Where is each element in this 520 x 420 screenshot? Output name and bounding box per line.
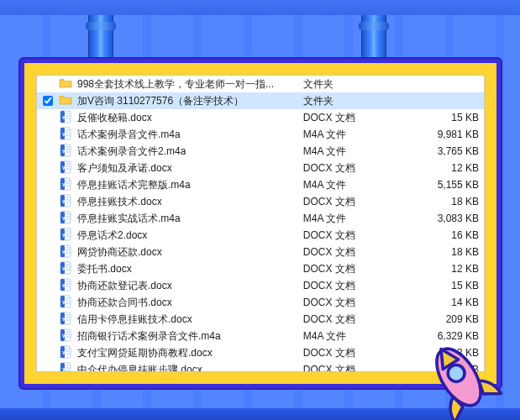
table-row[interactable]: w话术案例录音文件.m4aM4A 文件9,981 KB	[37, 126, 484, 143]
svg-text:w: w	[61, 366, 67, 372]
cell-name[interactable]: w停息挂账话术完整版.m4a	[37, 176, 298, 193]
cell-name[interactable]: w中介代办停息挂账步骤.docx	[37, 361, 298, 372]
cell-type: M4A 文件	[298, 176, 396, 193]
cell-type: DOCX 文档	[298, 294, 396, 311]
table-row[interactable]: w信用卡停息挂账技术.docxDOCX 文档209 KB	[37, 311, 484, 328]
cell-name[interactable]: w信用卡停息挂账技术.docx	[37, 311, 298, 328]
table-row[interactable]: w招商银行话术案例录音文件.m4aM4A 文件6,329 KB	[37, 328, 484, 344]
m4a-icon: w	[59, 177, 72, 193]
cell-size: 18 KB	[396, 244, 484, 260]
file-name-label: 招商银行话术案例录音文件.m4a	[77, 329, 221, 344]
svg-text:w: w	[61, 282, 67, 288]
cell-size: 14 KB	[396, 294, 484, 311]
cell-type: DOCX 文档	[298, 344, 396, 361]
docx-icon: w	[59, 261, 72, 277]
file-name-label: 协商还款合同书.docx	[77, 296, 172, 310]
cell-size: 13 KB	[396, 344, 484, 361]
table-row[interactable]: w停息挂账实战话术.m4aM4A 文件3,083 KB	[37, 210, 484, 227]
cell-name[interactable]: w停息话术2.docx	[37, 227, 298, 244]
docx-icon: w	[59, 160, 72, 176]
table-row[interactable]: w停息挂账技术.docxDOCX 文档18 KB	[37, 193, 484, 210]
cell-type: 文件夹	[298, 76, 396, 92]
docx-icon: w	[59, 110, 72, 126]
cell-name[interactable]: w协商还款合同书.docx	[37, 294, 298, 311]
table-row[interactable]: w网贷协商还款.docxDOCX 文档18 KB	[37, 244, 484, 260]
table-row[interactable]: w协商还款合同书.docxDOCX 文档14 KB	[37, 294, 484, 311]
cell-size: 12 KB	[396, 260, 484, 277]
decor-pipe-left	[88, 15, 113, 66]
cell-name[interactable]: w话术案例录音文件.m4a	[37, 126, 298, 143]
cell-size: 18 KB	[396, 193, 484, 210]
top-bar	[0, 0, 520, 15]
m4a-icon: w	[59, 211, 72, 227]
cell-type: M4A 文件	[298, 328, 396, 344]
file-name-label: 信用卡停息挂账技术.docx	[77, 312, 192, 327]
cell-type: DOCX 文档	[298, 361, 396, 372]
cell-name[interactable]: w客户须知及承诺.docx	[37, 160, 298, 176]
m4a-icon: w	[59, 127, 72, 143]
svg-text:w: w	[61, 265, 67, 271]
file-name-label: 话术案例录音文件2.m4a	[77, 144, 186, 159]
cell-name[interactable]: w话术案例录音文件2.m4a	[37, 143, 298, 160]
cell-name[interactable]: w反催收秘籍.docx	[37, 109, 298, 126]
file-list-table: 998全套技术线上教学，专业老师一对一指...文件夹加V咨询 311027757…	[37, 76, 484, 372]
table-row[interactable]: w反催收秘籍.docxDOCX 文档15 KB	[37, 109, 484, 126]
docx-icon: w	[59, 228, 72, 244]
table-row[interactable]: 998全套技术线上教学，专业老师一对一指...文件夹	[37, 76, 484, 92]
cell-type: M4A 文件	[298, 126, 396, 143]
svg-text:w: w	[61, 333, 67, 339]
svg-rect-1	[60, 96, 64, 97]
table-row[interactable]: w话术案例录音文件2.m4aM4A 文件3,765 KB	[37, 143, 484, 160]
svg-text:w: w	[61, 198, 67, 204]
table-row[interactable]: w客户须知及承诺.docxDOCX 文档12 KB	[37, 160, 484, 176]
file-name-label: 协商还款登记表.docx	[77, 279, 172, 293]
cell-name[interactable]: 998全套技术线上教学，专业老师一对一指...	[37, 76, 298, 92]
cell-type: DOCX 文档	[298, 227, 396, 244]
docx-icon: w	[59, 345, 72, 361]
cell-size: 9,981 KB	[396, 126, 484, 143]
cell-size: 12 KB	[396, 160, 484, 176]
file-name-label: 停息挂账实战话术.m4a	[77, 212, 181, 226]
cell-name[interactable]: w委托书.docx	[37, 260, 298, 277]
svg-text:w: w	[61, 232, 67, 238]
svg-text:w: w	[61, 349, 67, 355]
svg-text:w: w	[61, 114, 67, 120]
cell-name[interactable]: w支付宝网贷延期协商教程.docx	[37, 344, 298, 361]
table-row[interactable]: w停息挂账话术完整版.m4aM4A 文件5,155 KB	[37, 176, 484, 193]
cell-type: DOCX 文档	[298, 109, 396, 126]
cell-name[interactable]: 加V咨询 3110277576（备注学技术）	[37, 92, 298, 109]
row-checkbox[interactable]	[43, 96, 53, 106]
table-row[interactable]: w中介代办停息挂账步骤.docxDOCX 文档12 KB	[37, 361, 484, 372]
cell-size: 15 KB	[396, 277, 484, 294]
cell-type: M4A 文件	[298, 143, 396, 160]
cell-type: DOCX 文档	[298, 311, 396, 328]
cell-name[interactable]: w协商还款登记表.docx	[37, 277, 298, 294]
cell-type: DOCX 文档	[298, 160, 396, 176]
table-row[interactable]: w停息话术2.docxDOCX 文档16 KB	[37, 227, 484, 244]
cell-type: M4A 文件	[298, 210, 396, 227]
folder-icon	[59, 76, 72, 92]
table-row[interactable]: w委托书.docxDOCX 文档12 KB	[37, 260, 484, 277]
svg-text:w: w	[61, 131, 67, 137]
cell-name[interactable]: w停息挂账技术.docx	[37, 193, 298, 210]
file-explorer-panel[interactable]: 998全套技术线上教学，专业老师一对一指...文件夹加V咨询 311027757…	[36, 75, 485, 372]
file-name-label: 停息挂账技术.docx	[77, 195, 162, 209]
table-row[interactable]: 加V咨询 3110277576（备注学技术）文件夹	[37, 92, 484, 109]
svg-text:w: w	[61, 215, 67, 221]
docx-icon: w	[59, 312, 72, 328]
table-row[interactable]: w协商还款登记表.docxDOCX 文档15 KB	[37, 277, 484, 294]
svg-text:w: w	[61, 165, 67, 171]
cell-name[interactable]: w网贷协商还款.docx	[37, 244, 298, 260]
svg-text:w: w	[61, 249, 67, 255]
file-name-label: 话术案例录音文件.m4a	[77, 128, 181, 142]
cell-size	[396, 76, 484, 92]
cell-type: DOCX 文档	[298, 277, 396, 294]
folder-icon	[59, 93, 72, 109]
svg-text:w: w	[61, 181, 67, 187]
cell-name[interactable]: w停息挂账实战话术.m4a	[37, 210, 298, 227]
cell-size: 15 KB	[396, 109, 484, 126]
file-name-label: 停息话术2.docx	[77, 228, 147, 243]
cell-name[interactable]: w招商银行话术案例录音文件.m4a	[37, 328, 298, 344]
docx-icon: w	[59, 295, 72, 311]
table-row[interactable]: w支付宝网贷延期协商教程.docxDOCX 文档13 KB	[37, 344, 484, 361]
